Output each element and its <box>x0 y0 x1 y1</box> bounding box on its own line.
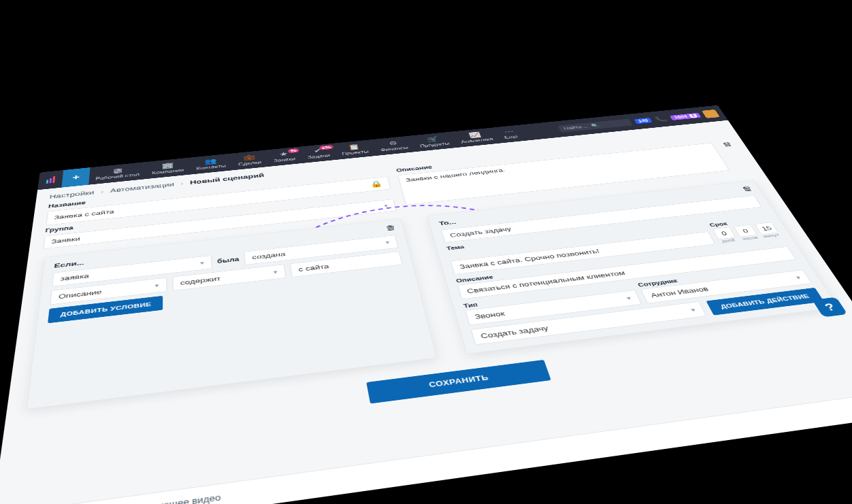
new-button[interactable]: + <box>61 167 90 188</box>
svg-point-0 <box>259 263 269 271</box>
nav-badge: 56 <box>288 148 299 154</box>
nav-label: Финансы <box>380 146 408 152</box>
chevron-right-icon: › <box>101 188 104 195</box>
phone-icon[interactable]: 📞 <box>654 115 669 122</box>
add-action-button[interactable]: ДОБАВИТЬ ДЕЙСТВИЕ <box>706 288 823 316</box>
add-condition-button[interactable]: ДОБАВИТЬ УСЛОВИЕ <box>48 296 163 324</box>
lock-icon: 🔒 <box>370 180 384 188</box>
breadcrumb-settings[interactable]: Настройки <box>49 189 95 200</box>
app-window: + ▦Рабочий стол🏢Компании👥Контакты💼Сделки… <box>0 105 852 504</box>
chevron-right-icon: › <box>180 180 184 186</box>
counter-badge-2[interactable]: 1604 8 <box>670 113 701 120</box>
type-label: Тип <box>463 283 634 309</box>
nav-icon: ★ <box>279 151 289 157</box>
nav-label: Контакты <box>196 163 226 171</box>
avatar[interactable] <box>702 110 720 118</box>
entity-select[interactable]: заявка <box>52 255 212 286</box>
assignee-select[interactable]: Антон Иванов <box>640 269 813 303</box>
counter-badge-1[interactable]: 140 <box>634 118 653 124</box>
nav-icon: ⋯ <box>503 129 514 135</box>
nav-label: Компании <box>152 167 184 175</box>
nav-label: Ещё <box>504 134 519 139</box>
operator-select[interactable]: содержит <box>172 264 286 290</box>
nav-icon: 📈 <box>468 132 482 138</box>
was-label: была <box>217 256 240 265</box>
nav-item-3[interactable]: 💼Сделки <box>231 150 268 171</box>
nav-item-4[interactable]: ★Заявки56 <box>266 147 302 167</box>
nav-label: Заявки <box>274 156 296 163</box>
nav-label: Проекты <box>342 149 369 156</box>
delete-icon[interactable]: 🗑 <box>384 224 397 232</box>
logo-icon <box>46 176 55 184</box>
nav-label: Задачи <box>307 153 330 159</box>
field-select[interactable]: Описание <box>50 278 167 305</box>
nav-item-5[interactable]: ✔Задачи235 <box>299 144 337 163</box>
nav-item-10[interactable]: ⋯Ещё <box>495 125 526 144</box>
assignee-label: Сотрудник <box>637 263 802 288</box>
nav-icon: ⊖ <box>389 140 397 146</box>
search-icon: 🔍 <box>590 123 600 128</box>
logo[interactable] <box>37 170 63 190</box>
delete-icon[interactable]: 🗑 <box>721 141 734 148</box>
nav-icon: ▦ <box>113 167 122 174</box>
nav-label: Аналитика <box>460 137 493 144</box>
search-input[interactable]: Найти...🔍 <box>557 118 632 132</box>
nav-badge: 235 <box>319 145 333 150</box>
video-link[interactable]: Обучающее видео <box>131 493 220 504</box>
type-select[interactable]: Звонок <box>465 290 642 325</box>
nav-label: Продукты <box>419 141 450 148</box>
nav-label: Сделки <box>238 160 262 167</box>
